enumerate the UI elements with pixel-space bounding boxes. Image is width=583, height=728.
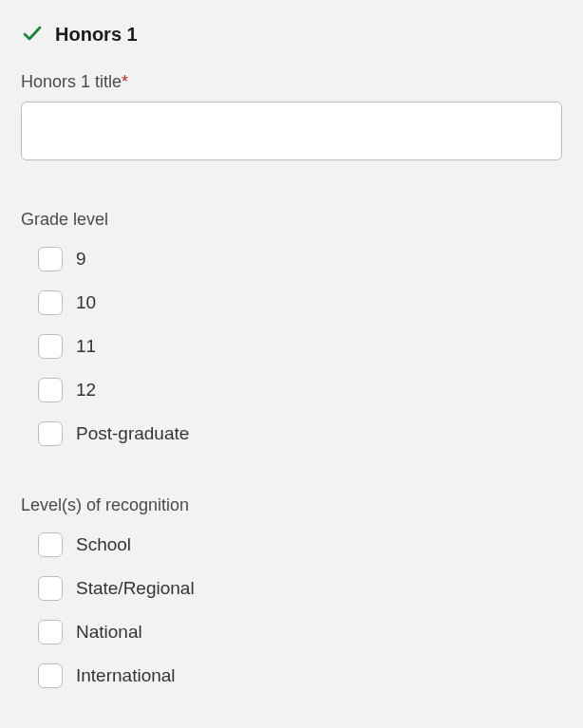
checkbox-row-grade-12: 12	[38, 378, 562, 402]
recognition-checkbox-list: School State/Regional National Internati…	[21, 532, 562, 688]
checkbox-national[interactable]	[38, 620, 63, 644]
checkbox-row-post-graduate: Post-graduate	[38, 421, 562, 446]
checkbox-label-grade-10[interactable]: 10	[76, 292, 96, 313]
checkbox-grade-12[interactable]	[38, 378, 63, 402]
checkbox-row-grade-10: 10	[38, 290, 562, 315]
grade-level-group: Grade level 9 10 11 12 Post-graduate	[21, 210, 562, 446]
checkbox-grade-11[interactable]	[38, 334, 63, 359]
checkbox-label-grade-11[interactable]: 11	[76, 336, 96, 357]
checkbox-grade-9[interactable]	[38, 247, 63, 271]
grade-level-label: Grade level	[21, 210, 562, 230]
checkbox-row-international: International	[38, 663, 562, 688]
title-field-label: Honors 1 title*	[21, 72, 562, 92]
title-field-label-text: Honors 1 title	[21, 72, 122, 91]
checkbox-school[interactable]	[38, 532, 63, 557]
checkbox-row-national: National	[38, 620, 562, 644]
checkbox-row-grade-9: 9	[38, 247, 562, 271]
recognition-label: Level(s) of recognition	[21, 495, 562, 515]
checkbox-label-international[interactable]: International	[76, 665, 176, 686]
honors-title-input[interactable]	[21, 102, 562, 160]
checkbox-post-graduate[interactable]	[38, 421, 63, 446]
checkbox-row-grade-11: 11	[38, 334, 562, 359]
checkbox-label-national[interactable]: National	[76, 622, 142, 643]
required-marker: *	[122, 72, 128, 91]
checkbox-label-state-regional[interactable]: State/Regional	[76, 578, 195, 599]
checkbox-state-regional[interactable]	[38, 576, 63, 601]
checkbox-label-school[interactable]: School	[76, 534, 131, 555]
checkbox-row-school: School	[38, 532, 562, 557]
checkbox-label-grade-9[interactable]: 9	[76, 249, 86, 270]
checkmark-icon	[21, 23, 44, 46]
recognition-group: Level(s) of recognition School State/Reg…	[21, 495, 562, 688]
checkbox-row-state-regional: State/Regional	[38, 576, 562, 601]
grade-level-checkbox-list: 9 10 11 12 Post-graduate	[21, 247, 562, 446]
section-title: Honors 1	[55, 24, 138, 46]
checkbox-label-grade-12[interactable]: 12	[76, 380, 96, 401]
title-field-group: Honors 1 title*	[21, 72, 562, 160]
section-header: Honors 1	[21, 23, 562, 46]
checkbox-grade-10[interactable]	[38, 290, 63, 315]
checkbox-label-post-graduate[interactable]: Post-graduate	[76, 423, 189, 444]
checkbox-international[interactable]	[38, 663, 63, 688]
